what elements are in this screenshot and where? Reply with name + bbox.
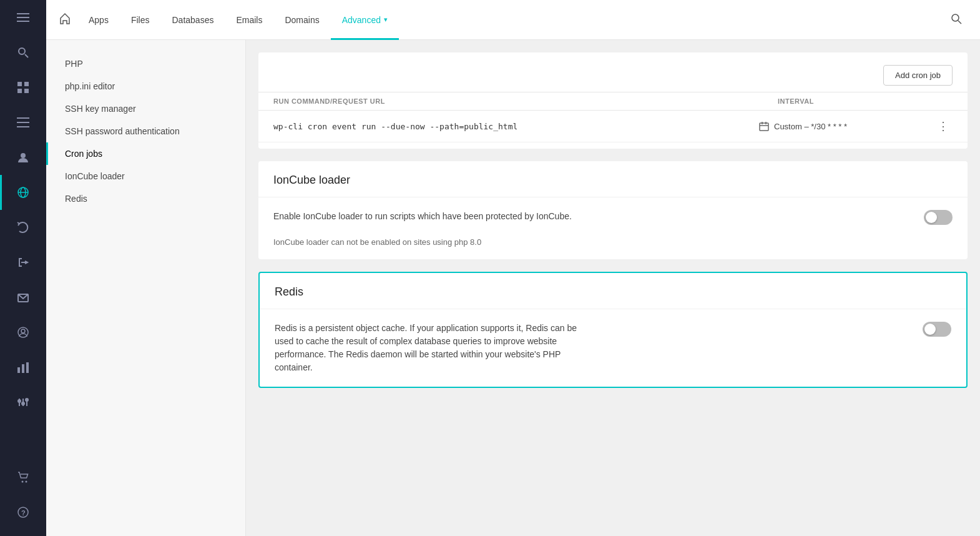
add-cron-job-button[interactable]: Add cron job (883, 65, 953, 86)
svg-rect-0 (17, 13, 29, 14)
interval-header: INTERVAL (778, 97, 953, 105)
svg-point-3 (19, 48, 25, 54)
top-nav: Apps Files Databases Emails Domains Adva… (46, 0, 980, 40)
redis-toggle[interactable] (923, 322, 951, 337)
redis-description: Redis is a persistent object cache. If y… (275, 322, 587, 374)
svg-rect-35 (760, 123, 768, 131)
cron-jobs-card: Add cron job RUN COMMAND/REQUEST URL INT… (258, 52, 968, 149)
cron-row-actions[interactable]: ⋮ (934, 119, 953, 133)
nav-items: Apps Files Databases Emails Domains Adva… (77, 0, 399, 40)
svg-rect-22 (26, 362, 29, 373)
menu-icon[interactable] (0, 0, 46, 35)
nav-apps[interactable]: Apps (77, 0, 120, 40)
svg-rect-7 (17, 89, 22, 93)
nav-emails[interactable]: Emails (225, 0, 273, 40)
person-circle-icon[interactable] (0, 315, 46, 350)
sidebar-top-icons (0, 0, 46, 420)
svg-rect-2 (17, 21, 29, 22)
redis-card: Redis Redis is a persistent object cache… (258, 272, 968, 388)
sidebar-item-ssh-key[interactable]: SSH key manager (46, 97, 245, 120)
globe-icon[interactable] (0, 175, 46, 210)
login-icon[interactable] (0, 245, 46, 280)
redis-toggle-row: Redis is a persistent object cache. If y… (260, 309, 966, 387)
chevron-down-icon: ▾ (384, 16, 388, 24)
svg-point-33 (952, 14, 959, 21)
ioncube-toggle[interactable] (924, 210, 953, 225)
ioncube-title: IonCube loader (258, 161, 968, 197)
left-sidebar: ? (0, 0, 46, 536)
svg-rect-10 (17, 122, 29, 123)
search-nav-icon[interactable] (945, 7, 968, 32)
svg-text:?: ? (21, 509, 26, 517)
grid-icon[interactable] (0, 70, 46, 105)
cron-job-row: wp-cli cron event run --due-now --path=p… (258, 111, 968, 142)
ioncube-description: Enable IonCube loader to run scripts whi… (273, 210, 572, 223)
cart-icon[interactable] (0, 460, 46, 495)
nav-databases[interactable]: Databases (160, 0, 225, 40)
refresh-icon[interactable] (0, 210, 46, 245)
svg-point-28 (26, 399, 28, 401)
svg-point-29 (22, 481, 24, 483)
main-content: Add cron job RUN COMMAND/REQUEST URL INT… (246, 40, 980, 536)
sidebar-item-ioncube[interactable]: IonCube loader (46, 165, 245, 187)
cron-command: wp-cli cron event run --due-now --path=p… (273, 122, 759, 131)
svg-rect-20 (17, 367, 20, 373)
sidebar-item-phpini[interactable]: php.ini editor (46, 75, 245, 97)
svg-rect-21 (22, 364, 24, 373)
main-container: Apps Files Databases Emails Domains Adva… (46, 0, 980, 536)
sidebar-item-redis[interactable]: Redis (46, 187, 245, 210)
stats-icon[interactable] (0, 350, 46, 385)
svg-point-26 (22, 402, 24, 405)
svg-rect-1 (17, 17, 29, 18)
mail-icon[interactable] (0, 280, 46, 315)
svg-rect-5 (17, 82, 22, 86)
ioncube-thumb (926, 212, 937, 223)
nav-files[interactable]: Files (120, 0, 161, 40)
svg-point-24 (18, 400, 21, 402)
sidebar-item-ssh-password[interactable]: SSH password authentication (46, 120, 245, 142)
cron-jobs-actions: Add cron job (258, 52, 968, 92)
svg-rect-9 (17, 117, 29, 119)
svg-point-12 (21, 153, 26, 158)
svg-rect-8 (24, 89, 29, 93)
home-nav-icon[interactable] (59, 12, 71, 27)
svg-point-19 (21, 329, 25, 333)
svg-line-4 (25, 54, 28, 57)
svg-point-30 (26, 481, 27, 483)
help-icon[interactable]: ? (0, 495, 46, 530)
sidebar-bottom-icons: ? (0, 460, 46, 536)
user-icon[interactable] (0, 140, 46, 175)
redis-title: Redis (260, 273, 966, 309)
ioncube-track (924, 210, 953, 225)
redis-track (923, 322, 951, 337)
calendar-icon (759, 121, 769, 131)
content-area: PHP php.ini editor SSH key manager SSH p… (46, 40, 980, 536)
nav-domains[interactable]: Domains (273, 0, 330, 40)
nav-advanced[interactable]: Advanced ▾ (331, 0, 399, 40)
cron-table-header: RUN COMMAND/REQUEST URL INTERVAL (258, 92, 968, 111)
redis-thumb (924, 324, 936, 335)
equalizer-icon[interactable] (0, 385, 46, 420)
sidebar-item-php[interactable]: PHP (46, 52, 245, 75)
svg-rect-6 (24, 82, 29, 86)
sidebar-item-cron-jobs[interactable]: Cron jobs (46, 142, 245, 165)
command-header: RUN COMMAND/REQUEST URL (273, 97, 778, 105)
cron-interval: Custom – */30 * * * * (759, 121, 934, 131)
svg-line-34 (958, 21, 961, 24)
secondary-sidebar: PHP php.ini editor SSH key manager SSH p… (46, 40, 246, 536)
search-icon[interactable] (0, 35, 46, 70)
ioncube-card: IonCube loader Enable IonCube loader to … (258, 161, 968, 259)
ioncube-info-text: IonCube loader can not be enabled on sit… (258, 237, 968, 259)
svg-rect-11 (17, 126, 29, 127)
ioncube-toggle-row: Enable IonCube loader to run scripts whi… (258, 197, 968, 237)
list-icon[interactable] (0, 105, 46, 140)
